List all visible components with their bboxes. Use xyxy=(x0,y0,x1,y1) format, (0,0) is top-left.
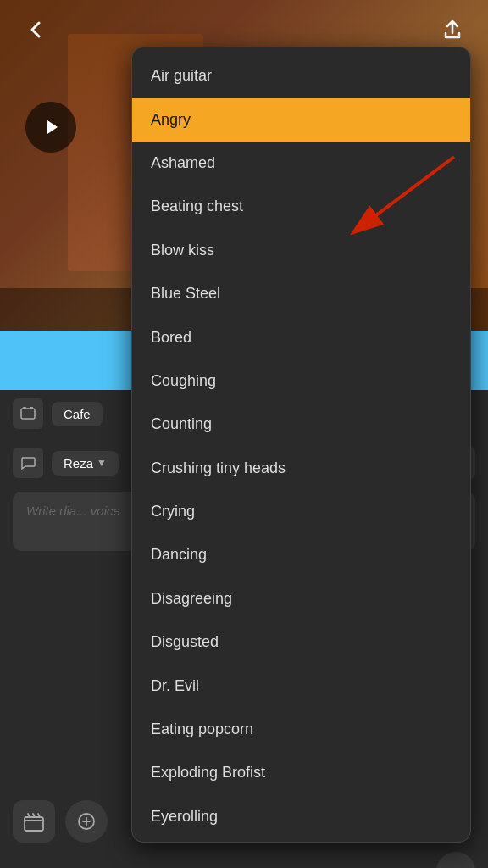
share-button[interactable] xyxy=(434,11,471,48)
svg-rect-5 xyxy=(25,817,43,831)
clapper-button[interactable] xyxy=(13,800,55,843)
animation-dropdown: AccusingAfraidAgreeingAir guitarAngryAsh… xyxy=(131,47,471,843)
back-button[interactable] xyxy=(17,11,54,48)
dropdown-item[interactable]: Air guitar xyxy=(132,54,470,97)
chat-icon xyxy=(13,448,43,478)
dropdown-item[interactable]: Dr. Evil xyxy=(132,665,470,708)
dropdown-item[interactable]: Coughing xyxy=(132,359,470,403)
circle-button-1[interactable] xyxy=(65,800,108,843)
dropdown-list: AccusingAfraidAgreeingAir guitarAngryAsh… xyxy=(132,47,470,842)
svg-rect-3 xyxy=(30,407,33,409)
more-dots-label: ••• xyxy=(448,863,464,869)
location-tag[interactable]: Cafe xyxy=(52,402,103,426)
dropdown-item[interactable]: Angry xyxy=(132,98,470,142)
svg-rect-2 xyxy=(23,407,26,409)
dropdown-item[interactable]: Ashamed xyxy=(132,142,470,185)
dropdown-item[interactable]: Eyerolling xyxy=(132,795,470,838)
dropdown-item[interactable]: Blue Steel xyxy=(132,272,470,315)
chevron-down-icon: ▼ xyxy=(97,457,107,469)
dropdown-item[interactable]: Disgusted xyxy=(132,620,470,664)
dropdown-item[interactable]: Crying xyxy=(132,490,470,533)
dropdown-item[interactable]: Exploding Brofist xyxy=(132,751,470,794)
dropdown-item[interactable]: Blow kiss xyxy=(132,229,470,272)
dropdown-item[interactable]: Crushing tiny heads xyxy=(132,447,470,490)
dropdown-item[interactable]: Agreeing xyxy=(132,47,470,54)
dropdown-item[interactable]: Disagreeing xyxy=(132,577,470,620)
dropdown-item[interactable]: Beating chest xyxy=(132,185,470,228)
svg-rect-1 xyxy=(21,409,35,419)
location-icon xyxy=(13,398,43,429)
svg-marker-0 xyxy=(47,120,58,134)
dropdown-item[interactable]: Eating popcorn xyxy=(132,708,470,751)
character-select[interactable]: Reza ▼ xyxy=(52,451,119,476)
dropdown-item[interactable]: Bored xyxy=(132,316,470,359)
play-button[interactable] xyxy=(25,102,76,153)
bottom-icons-row xyxy=(0,792,120,851)
dropdown-item[interactable]: Dancing xyxy=(132,533,470,576)
dropdown-item[interactable]: Counting xyxy=(132,403,470,446)
character-name: Reza xyxy=(64,456,93,470)
more-options-button[interactable]: ••• xyxy=(436,852,475,868)
